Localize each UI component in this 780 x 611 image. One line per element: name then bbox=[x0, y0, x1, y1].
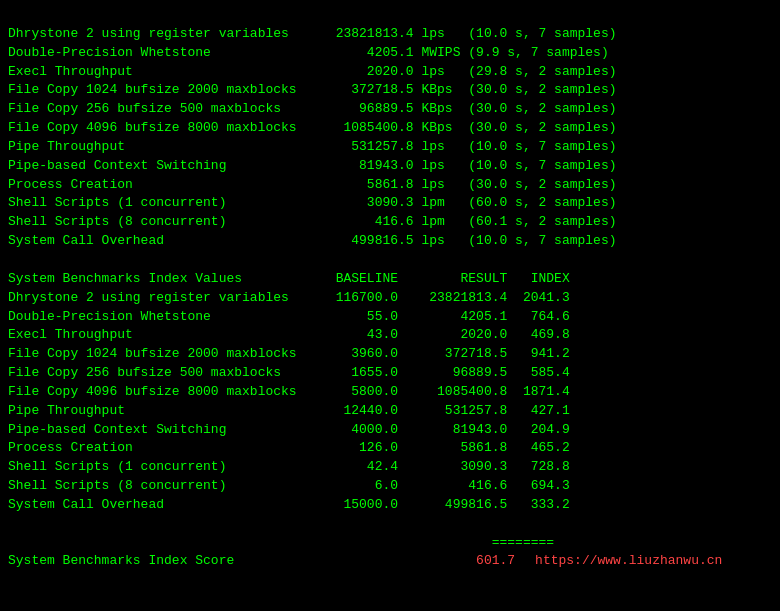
score-section: ========System Benchmarks Index Score 60… bbox=[8, 534, 772, 572]
index-row: Shell Scripts (8 concurrent) 6.0 416.6 6… bbox=[8, 477, 772, 496]
score-label: System Benchmarks Index Score bbox=[8, 552, 453, 571]
index-section: System Benchmarks Index Values BASELINE … bbox=[8, 270, 772, 515]
results-section: Dhrystone 2 using register variables 238… bbox=[8, 25, 772, 251]
benchmark-result-row: Pipe Throughput 531257.8 lps (10.0 s, 7 … bbox=[8, 138, 772, 157]
benchmark-result-row: Dhrystone 2 using register variables 238… bbox=[8, 25, 772, 44]
benchmark-result-row: Shell Scripts (8 concurrent) 416.6 lpm (… bbox=[8, 213, 772, 232]
index-row: Process Creation 126.0 5861.8 465.2 bbox=[8, 439, 772, 458]
terminal: Dhrystone 2 using register variables 238… bbox=[8, 6, 772, 571]
index-row: Pipe Throughput 12440.0 531257.8 427.1 bbox=[8, 402, 772, 421]
score-line: System Benchmarks Index Score 601.7https… bbox=[8, 552, 772, 571]
index-row: Dhrystone 2 using register variables 116… bbox=[8, 289, 772, 308]
index-row: Double-Precision Whetstone 55.0 4205.1 7… bbox=[8, 308, 772, 327]
index-header-row: System Benchmarks Index Values BASELINE … bbox=[8, 270, 772, 289]
benchmark-result-row: Double-Precision Whetstone 4205.1 MWIPS … bbox=[8, 44, 772, 63]
url-text: https://www.liuzhanwu.cn bbox=[535, 552, 722, 571]
benchmark-result-row: File Copy 256 bufsize 500 maxblocks 9688… bbox=[8, 100, 772, 119]
score-value: 601.7 bbox=[453, 552, 515, 571]
benchmark-result-row: Pipe-based Context Switching 81943.0 lps… bbox=[8, 157, 772, 176]
benchmark-result-row: Shell Scripts (1 concurrent) 3090.3 lpm … bbox=[8, 194, 772, 213]
index-row: File Copy 1024 bufsize 2000 maxblocks 39… bbox=[8, 345, 772, 364]
index-row: Execl Throughput 43.0 2020.0 469.8 bbox=[8, 326, 772, 345]
index-row: Shell Scripts (1 concurrent) 42.4 3090.3… bbox=[8, 458, 772, 477]
benchmark-result-row: System Call Overhead 499816.5 lps (10.0 … bbox=[8, 232, 772, 251]
index-row: File Copy 256 bufsize 500 maxblocks 1655… bbox=[8, 364, 772, 383]
benchmark-result-row: File Copy 4096 bufsize 8000 maxblocks 10… bbox=[8, 119, 772, 138]
equals-separator: ======== bbox=[8, 534, 772, 553]
benchmark-result-row: Process Creation 5861.8 lps (30.0 s, 2 s… bbox=[8, 176, 772, 195]
index-row: Pipe-based Context Switching 4000.0 8194… bbox=[8, 421, 772, 440]
benchmark-result-row: Execl Throughput 2020.0 lps (29.8 s, 2 s… bbox=[8, 63, 772, 82]
index-row: File Copy 4096 bufsize 8000 maxblocks 58… bbox=[8, 383, 772, 402]
index-row: System Call Overhead 15000.0 499816.5 33… bbox=[8, 496, 772, 515]
benchmark-result-row: File Copy 1024 bufsize 2000 maxblocks 37… bbox=[8, 81, 772, 100]
